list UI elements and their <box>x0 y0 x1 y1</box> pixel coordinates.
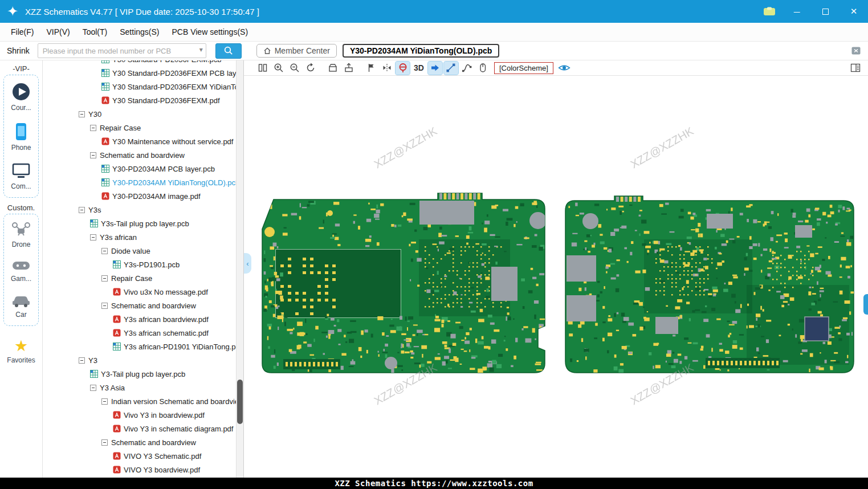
license-icon[interactable] <box>763 6 776 17</box>
tree-file[interactable]: Y3s african schematic.pdf <box>43 326 243 340</box>
mouse-icon[interactable] <box>476 62 490 75</box>
layer-pages-icon[interactable] <box>255 62 270 75</box>
tree-group[interactable]: Repair Case <box>43 121 243 135</box>
3d-button[interactable]: 3D <box>411 63 426 72</box>
tree-group[interactable]: Y3 <box>43 353 243 367</box>
zoom-out-icon[interactable] <box>287 62 301 75</box>
collapse-box-icon[interactable] <box>90 385 96 391</box>
tree-file[interactable]: Y3s-PD1901.pcb <box>43 258 243 271</box>
tree-file[interactable]: Y30 Standard-PD2036FEXM YiDianTong.pcb <box>43 80 243 93</box>
collapse-box-icon[interactable] <box>90 152 96 158</box>
collapse-box-icon[interactable] <box>90 234 96 241</box>
refresh-icon[interactable] <box>303 62 317 75</box>
tree-group[interactable]: Y3 Asia <box>43 381 243 394</box>
tree-file[interactable]: Y30-PD2034AM PCB layer.pcb <box>43 162 243 176</box>
menu-vip[interactable]: VIP(V) <box>40 25 76 39</box>
colorscheme-button[interactable]: [ColorScheme] <box>494 62 553 74</box>
chevron-down-icon[interactable]: ▾ <box>199 46 203 54</box>
sidebar-item-label: Cour... <box>11 104 31 112</box>
tree-item-label: Y3s-PD1901.pcb <box>124 260 180 269</box>
tree-item-label: Y3s <box>88 206 101 214</box>
search-input[interactable] <box>38 43 206 58</box>
pcb-toolbar: 3D [ColorScheme] <box>244 60 868 76</box>
open-pcb-tab[interactable]: Y30-PD2034AM YiDianTong(OLD).pcb <box>343 44 499 58</box>
tree-file[interactable]: Y3s-Tail plug pcb layer.pcb <box>43 217 243 230</box>
search-box: ▾ <box>38 43 206 58</box>
member-center-label: Member Center <box>275 46 330 55</box>
tree-file[interactable]: VIVO Y3 boardview.pdf <box>43 463 243 476</box>
tree-scrollbar[interactable] <box>236 60 243 489</box>
tree-group[interactable]: Schematic and boardview <box>43 435 243 449</box>
tree-file[interactable]: Y3s african boardview.pdf <box>43 312 243 326</box>
tree-group[interactable]: Y30 <box>43 107 243 121</box>
sidebar-item-course[interactable]: Cour... <box>11 82 31 112</box>
search-button[interactable] <box>215 43 242 59</box>
collapse-box-icon[interactable] <box>79 357 85 364</box>
sidebar-item-favorites[interactable]: ★ Favorites <box>7 339 35 364</box>
tree-file[interactable]: Y30 Standard-PD2036FEXM.pcb <box>43 60 243 66</box>
curve-icon[interactable] <box>460 62 474 75</box>
tree-file[interactable]: VIVO Y3 Schematic.pdf <box>43 449 243 463</box>
collapse-tree-handle[interactable]: ‹ <box>244 253 251 274</box>
minimize-button[interactable]: ─ <box>789 4 804 19</box>
menu-pcb-view-settings[interactable]: PCB View settings(S) <box>165 25 254 39</box>
flip-horizontal-icon[interactable] <box>380 62 394 75</box>
right-panel-handle[interactable] <box>863 294 868 315</box>
sidebar-item-game[interactable]: Gam... <box>11 259 31 283</box>
tree-file[interactable]: Vivo Y3 in boardview.pdf <box>43 408 243 422</box>
maximize-icon <box>822 9 829 15</box>
collapse-box-icon[interactable] <box>101 248 108 254</box>
sidebar-item-phone[interactable]: Phone <box>11 122 31 152</box>
collapse-box-icon[interactable] <box>101 398 108 405</box>
maximize-button[interactable] <box>818 4 833 19</box>
file-tree: Y30 Standard-PD2036FEXM.pcbY30 Standard-… <box>43 60 243 476</box>
tree-group[interactable]: Schematic and boardview <box>43 148 243 162</box>
collapse-box-icon[interactable] <box>79 207 85 213</box>
collapse-box-icon[interactable] <box>90 125 96 131</box>
tree-file[interactable]: Y3-Tail plug pcb layer.pcb <box>43 367 243 381</box>
tree-group[interactable]: Y3s african <box>43 230 243 244</box>
toolbar-row: Shrink ▾ Member Center Y30-PD2034AM YiDi… <box>0 42 868 60</box>
tree-file[interactable]: Y30 Maintenance without service.pdf <box>43 135 243 148</box>
collapse-box-icon[interactable] <box>101 303 108 309</box>
tree-item-label: Y3 <box>88 356 97 365</box>
tree-group[interactable]: Repair Case <box>43 271 243 285</box>
flag-icon[interactable] <box>364 62 378 75</box>
menu-settings[interactable]: Settings(S) <box>113 25 165 39</box>
box-arrow-icon[interactable] <box>341 62 356 75</box>
tree-file[interactable]: Vivo u3x No message.pdf <box>43 285 243 299</box>
pcb-canvas[interactable] <box>244 76 868 478</box>
measure-line-icon[interactable] <box>444 62 458 75</box>
shrink-button[interactable]: Shrink <box>7 46 30 55</box>
sidebar-item-computer[interactable]: Com... <box>11 162 31 190</box>
side-panel-icon[interactable] <box>848 62 862 75</box>
eye-icon[interactable] <box>557 62 572 75</box>
close-button[interactable]: ✕ <box>846 4 861 19</box>
tree-file[interactable]: Y30-PD2034AM image.pdf <box>43 189 243 203</box>
pcb-file-icon <box>101 69 109 77</box>
tree-group[interactable]: Schematic and boardview <box>43 299 243 312</box>
box-icon[interactable] <box>325 62 340 75</box>
menu-tool[interactable]: Tool(T) <box>76 25 114 39</box>
tree-group[interactable]: Indian version Schematic and boardview <box>43 394 243 408</box>
zoom-in-icon[interactable] <box>271 62 286 75</box>
red-lens-icon[interactable] <box>396 62 410 75</box>
tree-scrollbar-thumb[interactable] <box>237 380 243 424</box>
tree-file[interactable]: Y30 Standard-PD2036FEXM.pdf <box>43 93 243 107</box>
tree-file[interactable]: Y30-PD2034AM YiDianTong(OLD).pcb <box>43 176 243 189</box>
collapse-box-icon[interactable] <box>101 439 108 446</box>
pdf-file-icon <box>101 96 109 104</box>
menu-file[interactable]: File(F) <box>5 25 40 39</box>
close-tab-icon[interactable] <box>851 46 861 56</box>
collapse-box-icon[interactable] <box>101 275 108 282</box>
sidebar-item-drone[interactable]: Drone <box>11 221 31 248</box>
tree-group[interactable]: Diode value <box>43 244 243 258</box>
blue-arrow-icon[interactable] <box>428 62 442 75</box>
tree-group[interactable]: Y3s <box>43 203 243 217</box>
sidebar-item-car[interactable]: Car <box>11 293 31 319</box>
member-center-button[interactable]: Member Center <box>256 44 337 58</box>
collapse-box-icon[interactable] <box>79 111 85 117</box>
tree-file[interactable]: Vivo Y3 in schematic diagram.pdf <box>43 422 243 435</box>
tree-file[interactable]: Y30 Standard-PD2036FEXM PCB layer.pcb <box>43 66 243 80</box>
tree-file[interactable]: Y3s african-PD1901 YiDianTong.pcb <box>43 340 243 353</box>
